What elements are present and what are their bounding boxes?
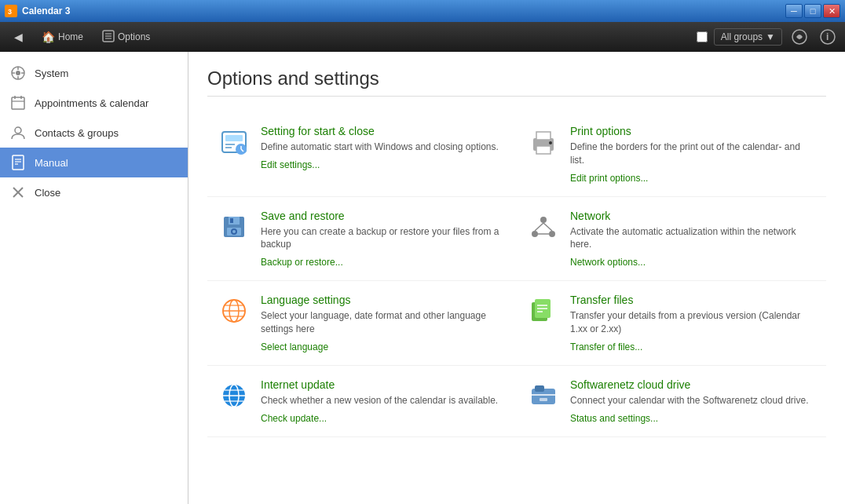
options-label: Options bbox=[118, 31, 150, 42]
option-icon-internet-update bbox=[217, 378, 251, 413]
main-area: System Appointments & calendar Contacts … bbox=[0, 52, 845, 504]
sidebar: System Appointments & calendar Contacts … bbox=[0, 52, 188, 504]
option-desc-language: Select your language, date format and ot… bbox=[261, 309, 507, 336]
option-body-cloud-drive: Softwarenetz cloud drive Connect your ca… bbox=[570, 378, 817, 424]
sidebar-item-close[interactable]: Close bbox=[0, 177, 188, 207]
svg-point-42 bbox=[232, 230, 236, 233]
toolbar: ◀ 🏠 Home Options All groups ▼ i bbox=[0, 22, 845, 52]
option-body-internet-update: Internet update Check whether a new vesi… bbox=[261, 378, 507, 424]
svg-text:i: i bbox=[826, 31, 829, 42]
option-link-save-restore[interactable]: Backup or restore... bbox=[261, 257, 343, 268]
option-desc-network: Activate the automatic actualization wit… bbox=[570, 225, 817, 252]
svg-point-10 bbox=[16, 71, 20, 75]
option-body-save-restore: Save and restore Here you can create a b… bbox=[261, 210, 507, 268]
share-button[interactable] bbox=[788, 26, 810, 48]
toolbar-right: All groups ▼ i bbox=[697, 26, 839, 48]
option-icon-cloud-drive bbox=[526, 378, 561, 413]
option-icon-language bbox=[217, 294, 251, 328]
sidebar-system-label: System bbox=[35, 68, 68, 79]
option-item-save-restore[interactable]: Save and restore Here you can create a b… bbox=[207, 197, 517, 282]
option-desc-print-options: Define the borders for the print out of … bbox=[570, 141, 817, 167]
sidebar-item-manual[interactable]: Manual bbox=[0, 148, 188, 177]
option-item-cloud-drive[interactable]: Softwarenetz cloud drive Connect your ca… bbox=[517, 366, 826, 437]
svg-point-36 bbox=[549, 141, 552, 144]
option-icon-print-options bbox=[526, 125, 561, 159]
svg-rect-20 bbox=[13, 155, 24, 170]
sidebar-manual-label: Manual bbox=[35, 157, 68, 169]
option-body-print-options: Print options Define the borders for the… bbox=[570, 125, 817, 184]
app-icon: 3 bbox=[5, 5, 17, 17]
option-body-start-close: Setting for start & close Define automat… bbox=[261, 125, 507, 184]
sidebar-appointments-label: Appointments & calendar bbox=[35, 97, 148, 109]
options-grid: Setting for start & close Define automat… bbox=[207, 112, 826, 437]
option-icon-transfer-files bbox=[526, 294, 561, 328]
option-icon-save-restore bbox=[217, 210, 251, 244]
option-item-start-close[interactable]: Setting for start & close Define automat… bbox=[207, 112, 517, 197]
option-link-internet-update[interactable]: Check update... bbox=[261, 413, 327, 424]
content-area: Options and settings Setting for start &… bbox=[188, 52, 845, 504]
svg-line-47 bbox=[543, 223, 552, 231]
sidebar-item-system[interactable]: System bbox=[0, 58, 188, 88]
option-item-language[interactable]: Language settings Select your language, … bbox=[207, 281, 517, 366]
option-desc-cloud-drive: Connect your calendar with the Softwaren… bbox=[570, 394, 817, 407]
back-button[interactable]: ◀ bbox=[6, 27, 31, 46]
option-title-print-options[interactable]: Print options bbox=[570, 125, 817, 137]
sidebar-item-appointments[interactable]: Appointments & calendar bbox=[0, 88, 188, 118]
options-button[interactable]: Options bbox=[94, 27, 158, 48]
option-desc-start-close: Define automatic start with Windows and … bbox=[261, 141, 507, 154]
option-title-save-restore[interactable]: Save and restore bbox=[261, 210, 507, 222]
option-title-network[interactable]: Network bbox=[570, 210, 817, 222]
option-body-language: Language settings Select your language, … bbox=[261, 294, 507, 352]
minimize-button[interactable]: ─ bbox=[785, 4, 803, 18]
option-link-print-options[interactable]: Edit print options... bbox=[570, 173, 648, 184]
option-title-language[interactable]: Language settings bbox=[261, 294, 507, 306]
maximize-button[interactable]: □ bbox=[804, 4, 821, 18]
svg-line-46 bbox=[535, 223, 543, 231]
option-link-network[interactable]: Network options... bbox=[570, 257, 646, 268]
option-desc-transfer-files: Transfer your details from a previous ve… bbox=[570, 309, 817, 336]
svg-rect-67 bbox=[540, 398, 547, 401]
option-body-transfer-files: Transfer files Transfer your details fro… bbox=[570, 294, 817, 352]
svg-rect-65 bbox=[535, 385, 544, 392]
svg-rect-34 bbox=[536, 132, 551, 140]
svg-text:3: 3 bbox=[8, 8, 12, 16]
page-title: Options and settings bbox=[207, 68, 826, 97]
option-link-transfer-files[interactable]: Transfer of files... bbox=[570, 341, 642, 352]
sidebar-contacts-label: Contacts & groups bbox=[35, 127, 119, 139]
option-title-transfer-files[interactable]: Transfer files bbox=[570, 294, 817, 306]
option-link-start-close[interactable]: Edit settings... bbox=[261, 159, 320, 170]
option-item-print-options[interactable]: Print options Define the borders for the… bbox=[517, 112, 826, 197]
option-icon-start-close bbox=[217, 125, 251, 159]
option-link-cloud-drive[interactable]: Status and settings... bbox=[570, 413, 658, 424]
all-groups-checkbox[interactable] bbox=[697, 31, 708, 42]
option-desc-internet-update: Check whether a new vesion of the calend… bbox=[261, 394, 507, 407]
sidebar-item-contacts[interactable]: Contacts & groups bbox=[0, 118, 188, 148]
close-button[interactable]: ✕ bbox=[823, 4, 840, 18]
option-item-network[interactable]: Network Activate the automatic actualiza… bbox=[517, 197, 826, 282]
option-icon-network bbox=[526, 210, 561, 244]
home-button[interactable]: 🏠 Home bbox=[34, 27, 91, 46]
svg-point-19 bbox=[15, 127, 21, 133]
info-button[interactable]: i bbox=[817, 26, 839, 48]
option-link-language[interactable]: Select language bbox=[261, 341, 328, 352]
manual-icon bbox=[9, 154, 27, 171]
option-body-network: Network Activate the automatic actualiza… bbox=[570, 210, 817, 268]
system-icon bbox=[9, 64, 27, 82]
svg-rect-35 bbox=[536, 146, 551, 154]
all-groups-button[interactable]: All groups ▼ bbox=[714, 28, 782, 46]
all-groups-label: All groups bbox=[721, 31, 763, 42]
option-title-cloud-drive[interactable]: Softwarenetz cloud drive bbox=[570, 378, 817, 391]
back-icon: ◀ bbox=[14, 31, 23, 43]
option-title-internet-update[interactable]: Internet update bbox=[261, 378, 507, 391]
home-icon: 🏠 bbox=[42, 31, 55, 43]
window-title: Calendar 3 bbox=[22, 5, 781, 16]
option-item-internet-update[interactable]: Internet update Check whether a new vesi… bbox=[207, 366, 517, 437]
sidebar-close-label: Close bbox=[35, 187, 60, 199]
close-icon bbox=[9, 184, 27, 201]
svg-rect-39 bbox=[230, 218, 233, 223]
option-item-transfer-files[interactable]: Transfer files Transfer your details fro… bbox=[517, 281, 826, 366]
svg-point-43 bbox=[540, 217, 547, 223]
option-title-start-close[interactable]: Setting for start & close bbox=[261, 125, 507, 137]
title-bar: 3 Calendar 3 ─ □ ✕ bbox=[0, 0, 845, 22]
contacts-icon bbox=[9, 124, 27, 141]
